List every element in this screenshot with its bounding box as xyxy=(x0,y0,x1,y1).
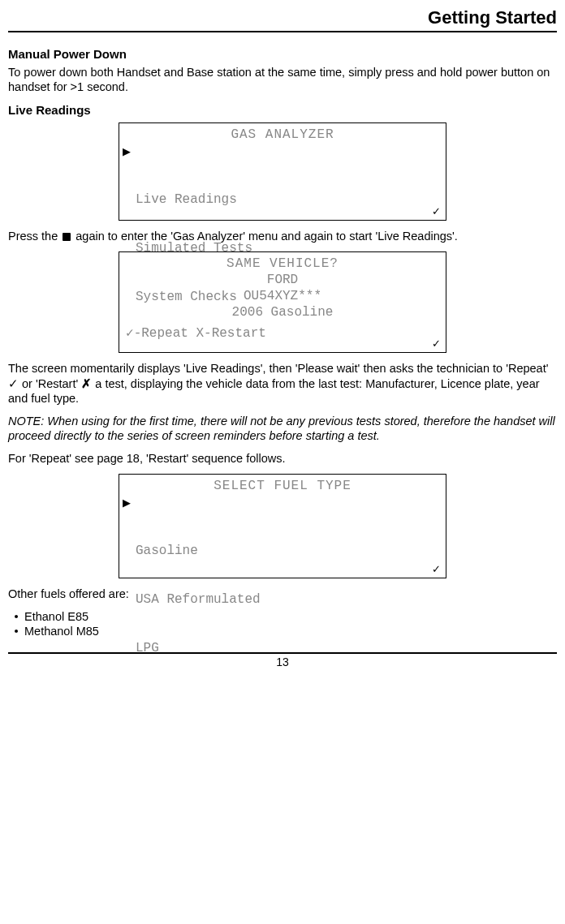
check-icon: ✓ xyxy=(432,337,441,350)
para-power-down: To power down both Handset and Base stat… xyxy=(8,65,557,94)
menu-item: USA Reformulated xyxy=(136,591,441,608)
lcd-same-vehicle: SAME VEHICLE? FORD OU54XYZ*** 2006 Gasol… xyxy=(119,251,446,353)
lcd-title: SAME VEHICLE? xyxy=(124,256,441,272)
para-note: NOTE: When using for the first time, the… xyxy=(8,414,557,443)
lcd-menu: ▶ Gasoline USA Reformulated LPG CNG xyxy=(124,494,441,677)
pointer-icon: ▶ xyxy=(123,496,131,509)
lcd-select-fuel: SELECT FUEL TYPE ▶ Gasoline USA Reformul… xyxy=(119,474,446,578)
x-icon: ✗ xyxy=(81,377,92,390)
heading-manual-power-down: Manual Power Down xyxy=(8,47,557,62)
check-icon: ✓ xyxy=(432,563,441,576)
page-header: Getting Started xyxy=(8,6,557,32)
menu-item: LPG xyxy=(136,640,441,656)
menu-item: Gasoline xyxy=(136,543,441,559)
vehicle-year-fuel: 2006 Gasoline xyxy=(124,304,441,320)
lcd-gas-analyzer: GAS ANALYZER ▶ Live Readings Simulated T… xyxy=(119,122,446,221)
text: The screen momentarily displays 'Live Re… xyxy=(8,362,548,375)
vehicle-plate: OU54XYZ*** xyxy=(124,288,441,304)
lcd-title: GAS ANALYZER xyxy=(124,127,441,143)
check-icon: ✓ xyxy=(432,205,441,218)
text: or 'Restart' xyxy=(19,377,81,390)
pointer-icon: ▶ xyxy=(123,145,131,158)
vehicle-make: FORD xyxy=(124,272,441,288)
menu-item: Live Readings xyxy=(136,191,441,208)
button-icon xyxy=(63,233,71,241)
heading-live-readings: Live Readings xyxy=(8,103,557,118)
lcd-footer: ✓-Repeat X-Restart xyxy=(124,325,441,342)
lcd-title: SELECT FUEL TYPE xyxy=(124,478,441,494)
para-repeat-see: For 'Repeat' see page 18, 'Restart' sequ… xyxy=(8,451,557,466)
check-icon: ✓ xyxy=(8,377,19,390)
text: Press the xyxy=(8,230,61,243)
para-repeat-restart: The screen momentarily displays 'Live Re… xyxy=(8,361,557,405)
